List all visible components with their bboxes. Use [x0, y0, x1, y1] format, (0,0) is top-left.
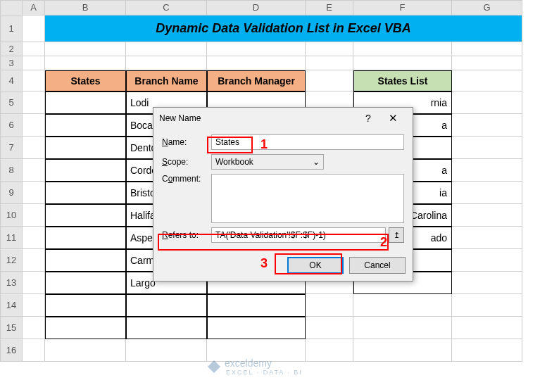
- cell-E2[interactable]: [306, 42, 353, 56]
- col-header-C[interactable]: C: [126, 0, 207, 15]
- row-header-8[interactable]: 8: [0, 159, 23, 182]
- cell-F16[interactable]: [353, 339, 452, 362]
- close-icon[interactable]: ✕: [379, 112, 407, 125]
- cell-C15[interactable]: [126, 317, 207, 339]
- scope-select[interactable]: Workbook ⌄: [211, 154, 324, 170]
- comment-textarea[interactable]: [211, 174, 404, 223]
- cell-A5[interactable]: [23, 91, 45, 114]
- cell-D15[interactable]: [207, 317, 306, 339]
- cell-A7[interactable]: [23, 137, 45, 159]
- cell-B14[interactable]: [45, 294, 126, 317]
- cell-G6[interactable]: [452, 114, 522, 137]
- row-header-6[interactable]: 6: [0, 114, 23, 137]
- cell-C16[interactable]: [126, 339, 207, 362]
- row-header-2[interactable]: 2: [0, 42, 23, 56]
- cell-E16[interactable]: [306, 339, 353, 362]
- row-header-16[interactable]: 16: [0, 339, 23, 362]
- cell-A13[interactable]: [23, 272, 45, 294]
- row-header-14[interactable]: 14: [0, 294, 23, 317]
- cell-A8[interactable]: [23, 159, 45, 182]
- cell-F14[interactable]: [353, 294, 452, 317]
- cell-D14[interactable]: [207, 294, 306, 317]
- cell-G3[interactable]: [452, 56, 522, 70]
- cell-B8[interactable]: [45, 159, 126, 182]
- cell-D2[interactable]: [207, 42, 306, 56]
- row-header-9[interactable]: 9: [0, 182, 23, 204]
- col-header-F[interactable]: F: [353, 0, 452, 15]
- cell-G8[interactable]: [452, 159, 522, 182]
- col-header-A[interactable]: A: [23, 0, 45, 15]
- cell-A15[interactable]: [23, 317, 45, 339]
- cell-G16[interactable]: [452, 339, 522, 362]
- row-header-7[interactable]: 7: [0, 137, 23, 159]
- cell-B15[interactable]: [45, 317, 126, 339]
- col-header-E[interactable]: E: [306, 0, 353, 15]
- cell-B5[interactable]: [45, 91, 126, 114]
- cell-G14[interactable]: [452, 294, 522, 317]
- cell-F15[interactable]: [353, 317, 452, 339]
- cell-A2[interactable]: [23, 42, 45, 56]
- cell-A12[interactable]: [23, 249, 45, 272]
- cell-B7[interactable]: [45, 137, 126, 159]
- col-header-D[interactable]: D: [207, 0, 306, 15]
- cell-C4[interactable]: Branch Name: [126, 70, 207, 91]
- cell-A6[interactable]: [23, 114, 45, 137]
- cell-F4[interactable]: States List: [353, 70, 452, 91]
- cell-D3[interactable]: [207, 56, 306, 70]
- row-header-1[interactable]: 1: [0, 15, 23, 42]
- cell-G4[interactable]: [452, 70, 522, 91]
- cell-B10[interactable]: [45, 204, 126, 227]
- cell-G15[interactable]: [452, 317, 522, 339]
- ok-button[interactable]: OK: [287, 257, 344, 274]
- row-header-5[interactable]: 5: [0, 91, 23, 114]
- cell-B1[interactable]: Dynamic Data Validation List in Excel VB…: [45, 15, 522, 42]
- collapse-button[interactable]: ↥: [389, 227, 404, 243]
- cell-G13[interactable]: [452, 272, 522, 294]
- row-header-15[interactable]: 15: [0, 317, 23, 339]
- cell-B13[interactable]: [45, 272, 126, 294]
- cell-F2[interactable]: [353, 42, 452, 56]
- help-button[interactable]: ?: [358, 113, 379, 124]
- cell-G7[interactable]: [452, 137, 522, 159]
- cell-G11[interactable]: [452, 227, 522, 249]
- row-header-13[interactable]: 13: [0, 272, 23, 294]
- cell-E15[interactable]: [306, 317, 353, 339]
- cell-E4[interactable]: [306, 70, 353, 91]
- cell-E3[interactable]: [306, 56, 353, 70]
- cell-D4[interactable]: Branch Manager: [207, 70, 306, 91]
- cell-D16[interactable]: [207, 339, 306, 362]
- cell-A1[interactable]: [23, 15, 45, 42]
- cell-E14[interactable]: [306, 294, 353, 317]
- cell-B12[interactable]: [45, 249, 126, 272]
- cell-A3[interactable]: [23, 56, 45, 70]
- cell-C14[interactable]: [126, 294, 207, 317]
- cancel-button[interactable]: Cancel: [349, 257, 406, 274]
- cell-A16[interactable]: [23, 339, 45, 362]
- row-header-4[interactable]: 4: [0, 70, 23, 91]
- name-input[interactable]: [211, 134, 404, 150]
- cell-B4[interactable]: States: [45, 70, 126, 91]
- cell-F3[interactable]: [353, 56, 452, 70]
- cell-G9[interactable]: [452, 182, 522, 204]
- col-header-G[interactable]: G: [452, 0, 522, 15]
- row-header-12[interactable]: 12: [0, 249, 23, 272]
- cell-A14[interactable]: [23, 294, 45, 317]
- cell-G5[interactable]: [452, 91, 522, 114]
- col-header-B[interactable]: B: [45, 0, 126, 15]
- cell-B9[interactable]: [45, 182, 126, 204]
- cell-B6[interactable]: [45, 114, 126, 137]
- row-header-10[interactable]: 10: [0, 204, 23, 227]
- cell-G10[interactable]: [452, 204, 522, 227]
- cell-C3[interactable]: [126, 56, 207, 70]
- cell-B2[interactable]: [45, 42, 126, 56]
- row-header-3[interactable]: 3: [0, 56, 23, 70]
- cell-G2[interactable]: [452, 42, 522, 56]
- cell-B11[interactable]: [45, 227, 126, 249]
- cell-A11[interactable]: [23, 227, 45, 249]
- cell-B3[interactable]: [45, 56, 126, 70]
- cell-G12[interactable]: [452, 249, 522, 272]
- cell-A9[interactable]: [23, 182, 45, 204]
- cell-A10[interactable]: [23, 204, 45, 227]
- cell-B16[interactable]: [45, 339, 126, 362]
- select-all-corner[interactable]: [0, 0, 23, 15]
